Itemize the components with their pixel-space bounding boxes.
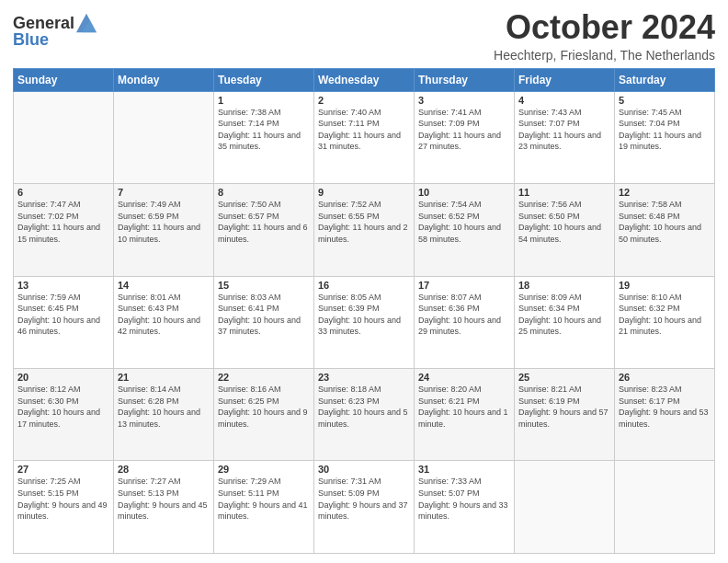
calendar-cell: 27Sunrise: 7:25 AM Sunset: 5:15 PM Dayli…: [14, 461, 114, 554]
calendar-cell: 22Sunrise: 8:16 AM Sunset: 6:25 PM Dayli…: [214, 369, 314, 461]
day-number: 18: [518, 280, 610, 291]
day-number: 15: [218, 280, 310, 291]
header: General Blue October 2024 Heechterp, Fri…: [13, 9, 715, 63]
month-title: October 2024: [494, 9, 715, 46]
day-info: Sunrise: 8:10 AM Sunset: 6:32 PM Dayligh…: [619, 292, 711, 338]
page: General Blue October 2024 Heechterp, Fri…: [0, 0, 728, 563]
day-number: 3: [418, 95, 510, 106]
calendar-cell: 15Sunrise: 8:03 AM Sunset: 6:41 PM Dayli…: [214, 276, 314, 368]
calendar-cell: 14Sunrise: 8:01 AM Sunset: 6:43 PM Dayli…: [114, 276, 214, 368]
day-info: Sunrise: 7:27 AM Sunset: 5:13 PM Dayligh…: [118, 476, 210, 522]
calendar-cell: 2Sunrise: 7:40 AM Sunset: 7:11 PM Daylig…: [314, 91, 415, 183]
day-number: 6: [17, 187, 109, 198]
logo-icon: [76, 13, 97, 33]
calendar-cell: 4Sunrise: 7:43 AM Sunset: 7:07 PM Daylig…: [515, 91, 615, 183]
day-number: 31: [418, 464, 510, 475]
calendar-cell: 6Sunrise: 7:47 AM Sunset: 7:02 PM Daylig…: [14, 184, 114, 276]
header-right: October 2024 Heechterp, Friesland, The N…: [494, 9, 715, 63]
day-number: 22: [218, 372, 310, 383]
day-number: 17: [418, 280, 510, 291]
day-number: 5: [619, 95, 711, 106]
day-info: Sunrise: 7:31 AM Sunset: 5:09 PM Dayligh…: [318, 476, 410, 522]
location: Heechterp, Friesland, The Netherlands: [494, 48, 715, 63]
day-number: 2: [318, 95, 410, 106]
calendar-cell: [114, 91, 214, 183]
day-info: Sunrise: 7:59 AM Sunset: 6:45 PM Dayligh…: [17, 292, 109, 338]
calendar-header-monday: Monday: [114, 68, 214, 91]
day-info: Sunrise: 8:12 AM Sunset: 6:30 PM Dayligh…: [17, 384, 109, 430]
calendar-header-row: SundayMondayTuesdayWednesdayThursdayFrid…: [14, 68, 715, 91]
calendar-cell: [615, 461, 715, 554]
day-info: Sunrise: 7:33 AM Sunset: 5:07 PM Dayligh…: [418, 476, 510, 522]
calendar-cell: 16Sunrise: 8:05 AM Sunset: 6:39 PM Dayli…: [314, 276, 415, 368]
day-number: 20: [17, 372, 109, 383]
day-info: Sunrise: 8:21 AM Sunset: 6:19 PM Dayligh…: [518, 384, 610, 430]
calendar-cell: 31Sunrise: 7:33 AM Sunset: 5:07 PM Dayli…: [415, 461, 515, 554]
day-number: 27: [17, 464, 109, 475]
day-number: 28: [118, 464, 210, 475]
calendar-week-row: 20Sunrise: 8:12 AM Sunset: 6:30 PM Dayli…: [14, 369, 715, 461]
day-number: 11: [518, 187, 610, 198]
day-number: 12: [619, 187, 711, 198]
day-info: Sunrise: 8:18 AM Sunset: 6:23 PM Dayligh…: [318, 384, 410, 430]
day-info: Sunrise: 7:29 AM Sunset: 5:11 PM Dayligh…: [218, 476, 310, 522]
day-number: 26: [619, 372, 711, 383]
day-number: 9: [318, 187, 410, 198]
calendar-cell: 30Sunrise: 7:31 AM Sunset: 5:09 PM Dayli…: [314, 461, 415, 554]
day-info: Sunrise: 8:14 AM Sunset: 6:28 PM Dayligh…: [118, 384, 210, 430]
day-info: Sunrise: 8:03 AM Sunset: 6:41 PM Dayligh…: [218, 292, 310, 338]
calendar-cell: 11Sunrise: 7:56 AM Sunset: 6:50 PM Dayli…: [515, 184, 615, 276]
calendar-cell: 25Sunrise: 8:21 AM Sunset: 6:19 PM Dayli…: [515, 369, 615, 461]
day-info: Sunrise: 7:52 AM Sunset: 6:55 PM Dayligh…: [318, 199, 410, 245]
day-info: Sunrise: 8:23 AM Sunset: 6:17 PM Dayligh…: [619, 384, 711, 430]
calendar-header-saturday: Saturday: [615, 68, 715, 91]
calendar-cell: 20Sunrise: 8:12 AM Sunset: 6:30 PM Dayli…: [14, 369, 114, 461]
day-number: 19: [619, 280, 711, 291]
day-number: 24: [418, 372, 510, 383]
day-info: Sunrise: 7:54 AM Sunset: 6:52 PM Dayligh…: [418, 199, 510, 245]
day-number: 8: [218, 187, 310, 198]
day-number: 30: [318, 464, 410, 475]
day-info: Sunrise: 8:07 AM Sunset: 6:36 PM Dayligh…: [418, 292, 510, 338]
calendar-cell: 29Sunrise: 7:29 AM Sunset: 5:11 PM Dayli…: [214, 461, 314, 554]
day-number: 4: [518, 95, 610, 106]
day-info: Sunrise: 7:47 AM Sunset: 7:02 PM Dayligh…: [17, 199, 109, 245]
day-info: Sunrise: 7:41 AM Sunset: 7:09 PM Dayligh…: [418, 107, 510, 153]
day-info: Sunrise: 8:16 AM Sunset: 6:25 PM Dayligh…: [218, 384, 310, 430]
calendar-cell: 8Sunrise: 7:50 AM Sunset: 6:57 PM Daylig…: [214, 184, 314, 276]
calendar-cell: 28Sunrise: 7:27 AM Sunset: 5:13 PM Dayli…: [114, 461, 214, 554]
calendar-cell: 3Sunrise: 7:41 AM Sunset: 7:09 PM Daylig…: [415, 91, 515, 183]
calendar-cell: 19Sunrise: 8:10 AM Sunset: 6:32 PM Dayli…: [615, 276, 715, 368]
calendar-cell: 23Sunrise: 8:18 AM Sunset: 6:23 PM Dayli…: [314, 369, 415, 461]
day-info: Sunrise: 8:01 AM Sunset: 6:43 PM Dayligh…: [118, 292, 210, 338]
calendar-table: SundayMondayTuesdayWednesdayThursdayFrid…: [13, 68, 715, 554]
day-info: Sunrise: 7:50 AM Sunset: 6:57 PM Dayligh…: [218, 199, 310, 245]
calendar-week-row: 6Sunrise: 7:47 AM Sunset: 7:02 PM Daylig…: [14, 184, 715, 276]
calendar-cell: 12Sunrise: 7:58 AM Sunset: 6:48 PM Dayli…: [615, 184, 715, 276]
day-number: 1: [218, 95, 310, 106]
calendar-cell: 7Sunrise: 7:49 AM Sunset: 6:59 PM Daylig…: [114, 184, 214, 276]
day-info: Sunrise: 7:43 AM Sunset: 7:07 PM Dayligh…: [518, 107, 610, 153]
calendar-cell: [14, 91, 114, 183]
day-number: 10: [418, 187, 510, 198]
day-number: 29: [218, 464, 310, 475]
calendar-header-sunday: Sunday: [14, 68, 114, 91]
calendar-cell: 24Sunrise: 8:20 AM Sunset: 6:21 PM Dayli…: [415, 369, 515, 461]
day-info: Sunrise: 8:05 AM Sunset: 6:39 PM Dayligh…: [318, 292, 410, 338]
day-info: Sunrise: 7:45 AM Sunset: 7:04 PM Dayligh…: [619, 107, 711, 153]
logo-blue-text: Blue: [13, 31, 49, 48]
day-info: Sunrise: 7:38 AM Sunset: 7:14 PM Dayligh…: [218, 107, 310, 153]
calendar-cell: 1Sunrise: 7:38 AM Sunset: 7:14 PM Daylig…: [214, 91, 314, 183]
calendar-header-tuesday: Tuesday: [214, 68, 314, 91]
calendar-cell: 21Sunrise: 8:14 AM Sunset: 6:28 PM Dayli…: [114, 369, 214, 461]
calendar-cell: 17Sunrise: 8:07 AM Sunset: 6:36 PM Dayli…: [415, 276, 515, 368]
calendar-cell: 5Sunrise: 7:45 AM Sunset: 7:04 PM Daylig…: [615, 91, 715, 183]
day-info: Sunrise: 7:40 AM Sunset: 7:11 PM Dayligh…: [318, 107, 410, 153]
day-number: 13: [17, 280, 109, 291]
day-info: Sunrise: 8:09 AM Sunset: 6:34 PM Dayligh…: [518, 292, 610, 338]
day-info: Sunrise: 7:49 AM Sunset: 6:59 PM Dayligh…: [118, 199, 210, 245]
day-number: 7: [118, 187, 210, 198]
day-info: Sunrise: 8:20 AM Sunset: 6:21 PM Dayligh…: [418, 384, 510, 430]
day-info: Sunrise: 7:25 AM Sunset: 5:15 PM Dayligh…: [17, 476, 109, 522]
calendar-cell: [515, 461, 615, 554]
